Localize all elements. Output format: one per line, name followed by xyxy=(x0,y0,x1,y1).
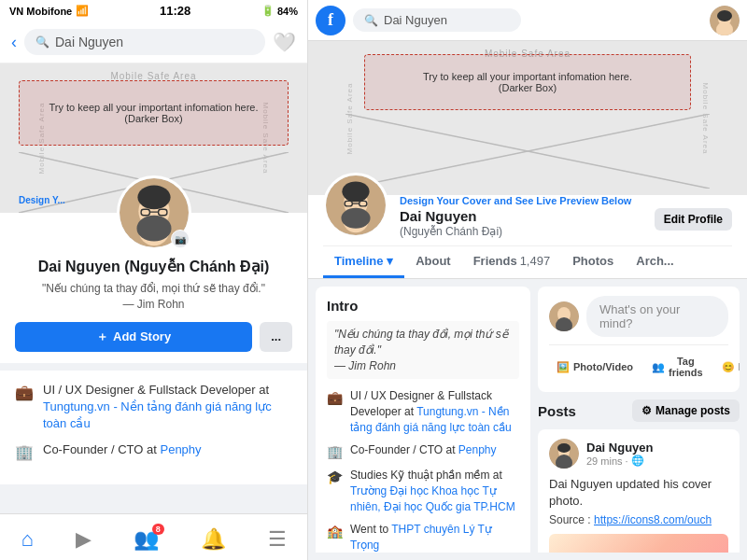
avatar-circle-desktop xyxy=(323,173,388,238)
add-story-label: Add Story xyxy=(113,329,171,343)
topbar-right xyxy=(710,6,740,35)
post-user-action: Dai Nguyen xyxy=(549,477,616,491)
profile-info-mobile: 💼 UI / UX Designer & Fullstack Developer… xyxy=(0,371,307,484)
fb-letter: f xyxy=(328,10,333,30)
profile-quote-mobile: "Nếu chúng ta thay đổi, mọi thứ sẽ thay … xyxy=(42,281,265,313)
tab-archive[interactable]: Arch... xyxy=(625,246,684,278)
tag-friends-icon: 👥 xyxy=(652,361,665,373)
manage-posts-label: Manage posts xyxy=(655,404,730,417)
battery-icon: 🔋 xyxy=(261,5,275,17)
profile-tabs: Timeline ▾ About Friends 1,497 Photos Ar… xyxy=(323,245,732,278)
back-button[interactable]: ‹ xyxy=(11,33,17,52)
carrier-label: VN Mobifone xyxy=(9,6,72,17)
heart-icon[interactable]: 🤍 xyxy=(273,31,296,53)
source-url[interactable]: https://icons8.com/ouch xyxy=(594,513,712,526)
post-image xyxy=(549,534,728,553)
svg-point-30 xyxy=(557,443,571,453)
source-label: Source : xyxy=(549,513,591,526)
photo-video-icon: 🖼️ xyxy=(557,361,570,373)
intro-title: Intro xyxy=(327,298,519,314)
svg-point-6 xyxy=(137,185,170,209)
wifi-icon: 📶 xyxy=(76,5,89,17)
more-button-mobile[interactable]: ... xyxy=(260,322,292,352)
tag-friends-button[interactable]: 👥 Tag friends xyxy=(644,351,711,383)
feeling-icon: 😊 xyxy=(722,361,735,373)
school-icon: 🏫 xyxy=(327,523,343,541)
svg-point-5 xyxy=(136,216,171,242)
action-buttons-mobile: ＋ Add Story ... xyxy=(0,322,307,352)
edit-profile-button[interactable]: Edit Profile xyxy=(655,208,732,231)
svg-point-20 xyxy=(342,181,369,202)
plus-icon: ＋ xyxy=(96,329,108,345)
desktop-topbar: f 🔍 Dai Nguyen xyxy=(308,0,747,41)
intro-item-cto: 🏢 Co-Founder / CTO at Penphy xyxy=(327,442,519,462)
design-label-desktop: Design Your Cover and See Live Preview B… xyxy=(400,195,631,206)
penphy-link[interactable]: Penphy xyxy=(458,443,497,456)
university-link[interactable]: Trường Đại học Khoa học Tự nhiên, Đại họ… xyxy=(350,484,515,513)
create-post-actions: 🖼️ Photo/Video 👥 Tag friends 😊 Feeling xyxy=(549,344,728,383)
add-story-button[interactable]: ＋ Add Story xyxy=(15,322,252,352)
cto-text: Co-Founder / CTO at Penphy xyxy=(43,441,202,458)
feeling-label: Feeling xyxy=(739,361,740,372)
desktop-search-box[interactable]: 🔍 Dai Nguyen xyxy=(353,8,521,32)
nav-home-icon[interactable]: ⌂ xyxy=(21,527,33,552)
post-meta: 29 mins · 🌐 xyxy=(586,455,728,467)
photo-video-button[interactable]: 🖼️ Photo/Video xyxy=(549,351,641,383)
friends-notification-badge: 8 xyxy=(152,524,164,535)
tab-photos-label: Photos xyxy=(572,254,613,268)
company-icon-d: 🏢 xyxy=(327,443,343,462)
nav-notifications-icon[interactable]: 🔔 xyxy=(201,527,226,552)
post-header: Dai Nguyen 29 mins · 🌐 xyxy=(549,439,728,469)
topbar-avatar[interactable] xyxy=(710,6,740,35)
status-left: VN Mobifone 📶 xyxy=(9,5,89,17)
tab-timeline[interactable]: Timeline ▾ xyxy=(323,246,404,278)
company-icon: 🏢 xyxy=(15,442,34,463)
status-right: 🔋 84% xyxy=(261,5,298,17)
search-text-desktop: Dai Nguyen xyxy=(384,13,447,27)
tungtung-link[interactable]: Tungtung.vn - Nền tảng đánh giá năng lực… xyxy=(350,405,512,434)
desktop-panel: f 🔍 Dai Nguyen Mobile Safe Area Mobile S… xyxy=(308,0,747,560)
post-user-name: Dai Nguyen xyxy=(586,441,728,455)
post-avatar xyxy=(549,439,579,469)
avatar-small-create xyxy=(549,301,579,331)
search-box-mobile[interactable]: 🔍 Dai Nguyen xyxy=(24,29,265,55)
intro-quote: "Nếu chúng ta thay đổi, mọi thứ sẽ thay … xyxy=(327,321,519,379)
mobile-nav-bar: ⌂ ▶ 👥 8 🔔 ☰ xyxy=(0,513,307,560)
school-text: Went to THPT chuyên Lý Tự Trọng xyxy=(350,522,519,553)
search-icon-desktop: 🔍 xyxy=(364,14,378,27)
desktop-darker-box: Try to keep all your important infomatio… xyxy=(364,54,691,110)
mobile-content: Mobile Safe Area Mobile Safe Area Mobile… xyxy=(0,63,307,513)
nav-friends-icon[interactable]: 👥 8 xyxy=(134,527,159,552)
tab-friends[interactable]: Friends 1,497 xyxy=(462,246,562,278)
school-link[interactable]: THPT chuyên Lý Tự Trọng xyxy=(350,523,492,552)
post-privacy-icon: 🌐 xyxy=(631,455,644,467)
right-column: What's on your mind? 🖼️ Photo/Video 👥 Ta… xyxy=(538,287,740,553)
battery-label: 84% xyxy=(277,6,298,17)
tab-about[interactable]: About xyxy=(404,246,462,278)
tab-timeline-label: Timeline ▾ xyxy=(334,254,393,268)
tab-friends-label: Friends xyxy=(473,254,517,268)
cto-text-d: Co-Founder / CTO at Penphy xyxy=(350,442,497,458)
manage-icon: ⚙ xyxy=(641,404,652,417)
design-text-mobile: Design Y... xyxy=(19,195,65,205)
svg-point-19 xyxy=(341,208,370,229)
tab-archive-label: Arch... xyxy=(636,254,673,268)
profile-name-block: Design Your Cover and See Live Preview B… xyxy=(400,195,631,238)
whats-on-mind-input[interactable]: What's on your mind? xyxy=(586,296,728,337)
feeling-button[interactable]: 😊 Feeling xyxy=(714,351,740,383)
search-text: Dai Nguyen xyxy=(55,35,123,49)
nav-video-icon[interactable]: ▶ xyxy=(76,527,92,552)
manage-posts-button[interactable]: ⚙ Manage posts xyxy=(632,399,740,422)
intro-item-edu: 🎓 Studies Kỹ thuật phần mềm at Trường Đạ… xyxy=(327,468,519,514)
avatar-wrapper-mobile: 📷 xyxy=(117,175,191,250)
camera-icon[interactable]: 📷 xyxy=(171,230,190,248)
left-column: Intro "Nếu chúng ta thay đổi, mọi thứ sẽ… xyxy=(316,287,530,553)
mobile-status-bar: VN Mobifone 📶 11:28 🔋 84% xyxy=(0,0,307,21)
time-label: 11:28 xyxy=(160,4,190,18)
mobile-panel: VN Mobifone 📶 11:28 🔋 84% ‹ 🔍 Dai Nguyen… xyxy=(0,0,308,560)
posts-header: Posts ⚙ Manage posts xyxy=(538,399,740,422)
svg-point-13 xyxy=(717,10,732,21)
job-text-d: UI / UX Designer & Fullstack Developer a… xyxy=(350,388,519,435)
nav-menu-icon[interactable]: ☰ xyxy=(268,527,287,552)
tab-photos[interactable]: Photos xyxy=(561,246,625,278)
